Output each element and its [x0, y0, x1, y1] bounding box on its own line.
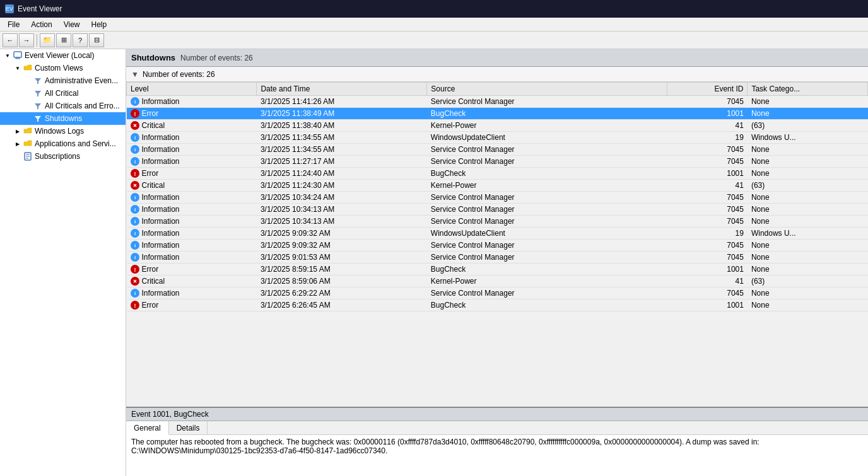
content-title: Shutdowns	[131, 53, 175, 62]
filter-icon	[33, 88, 43, 98]
menu-file[interactable]: File	[3, 19, 25, 30]
svg-text:i: i	[134, 207, 135, 212]
col-level[interactable]: Level	[127, 83, 257, 96]
table-row[interactable]: Critical3/1/2025 8:59:06 AMKernel-Power4…	[127, 276, 868, 287]
cell-source: BugCheck	[427, 299, 667, 311]
table-row[interactable]: !Error3/1/2025 8:59:15 AMBugCheck1001Non…	[127, 264, 868, 276]
level-label: Information	[142, 97, 180, 106]
toolbar-collapse[interactable]: ⊟	[89, 33, 104, 47]
cell-source: Service Control Manager	[427, 144, 667, 156]
sidebar-item-all-critical[interactable]: All Critical	[0, 87, 126, 100]
toolbar-back[interactable]: ←	[3, 33, 18, 47]
svg-text:i: i	[134, 255, 135, 260]
cell-source: Service Control Manager	[427, 96, 667, 108]
table-row[interactable]: iInformation3/1/2025 11:41:26 AMService …	[127, 96, 868, 108]
folder-icon	[23, 126, 33, 136]
cell-source: Service Control Manager	[427, 240, 667, 252]
col-eventid[interactable]: Event ID	[667, 83, 748, 96]
table-row[interactable]: iInformation3/1/2025 11:27:17 AMService …	[127, 156, 868, 168]
tab-general[interactable]: General	[126, 421, 169, 435]
col-taskcategory[interactable]: Task Catego...	[748, 83, 868, 96]
sidebar-label-subscriptions: Subscriptions	[35, 152, 80, 161]
svg-rect-2	[15, 59, 20, 59]
cell-eventid: 7045	[667, 144, 748, 156]
cell-taskcategory: (63)	[748, 180, 868, 192]
cell-taskcategory: None	[748, 264, 868, 276]
cell-level: iInformation	[127, 96, 257, 108]
cell-eventid: 7045	[667, 252, 748, 264]
toolbar: ← → 📁 ⊞ ? ⊟	[0, 32, 868, 49]
cell-eventid: 1001	[667, 168, 748, 180]
cell-taskcategory: None	[748, 144, 868, 156]
svg-marker-6	[35, 116, 41, 122]
table-row[interactable]: !Error3/1/2025 11:24:40 AMBugCheck1001No…	[127, 168, 868, 180]
cell-eventid: 7045	[667, 216, 748, 228]
cell-source: WindowsUpdateClient	[427, 132, 667, 144]
cell-source: Service Control Manager	[427, 192, 667, 204]
table-row[interactable]: iInformation3/1/2025 11:34:55 AMService …	[127, 144, 868, 156]
cell-level: !Error	[127, 168, 257, 180]
cell-datetime: 3/1/2025 8:59:06 AM	[257, 276, 427, 287]
level-label: Information	[142, 217, 180, 226]
svg-text:i: i	[134, 159, 135, 165]
svg-text:i: i	[134, 147, 135, 153]
sidebar-item-applications-services[interactable]: ▶ Applications and Servi...	[0, 137, 126, 150]
table-row[interactable]: iInformation3/1/2025 9:09:32 AMService C…	[127, 240, 868, 252]
menu-bar: File Action View Help	[0, 18, 868, 32]
cell-eventid: 1001	[667, 108, 748, 120]
menu-help[interactable]: Help	[86, 19, 112, 30]
toolbar-sep1	[37, 34, 37, 47]
cell-source: Service Control Manager	[427, 216, 667, 228]
tab-details[interactable]: Details	[169, 421, 208, 434]
svg-text:i: i	[134, 291, 135, 296]
sidebar-item-subscriptions[interactable]: Subscriptions	[0, 150, 126, 163]
table-row[interactable]: iInformation3/1/2025 9:01:53 AMService C…	[127, 252, 868, 264]
table-row[interactable]: iInformation3/1/2025 10:34:24 AMService …	[127, 192, 868, 204]
bottom-panel-header: Event 1001, BugCheck	[126, 408, 868, 421]
cell-eventid: 41	[667, 276, 748, 287]
event-table: Level Date and Time Source Event ID Task…	[126, 82, 868, 311]
sidebar-item-windows-logs[interactable]: ▶ Windows Logs	[0, 125, 126, 137]
level-label: Error	[142, 301, 159, 310]
cell-level: iInformation	[127, 132, 257, 144]
table-row[interactable]: iInformation3/1/2025 10:34:13 AMService …	[127, 204, 868, 216]
table-row[interactable]: !Error3/1/2025 6:26:45 AMBugCheck1001Non…	[127, 299, 868, 311]
toolbar-help[interactable]: ?	[73, 33, 88, 47]
main-layout: ▼ Event Viewer (Local) ▼ Custom Views Ad…	[0, 49, 868, 476]
critical-icon	[131, 181, 139, 190]
table-row[interactable]: Critical3/1/2025 11:24:30 AMKernel-Power…	[127, 180, 868, 192]
table-row[interactable]: iInformation3/1/2025 10:34:13 AMService …	[127, 216, 868, 228]
menu-action[interactable]: Action	[26, 19, 57, 30]
cell-taskcategory: None	[748, 204, 868, 216]
sidebar-item-event-viewer-local[interactable]: ▼ Event Viewer (Local)	[0, 49, 126, 62]
cell-eventid: 7045	[667, 287, 748, 299]
sidebar-item-all-criticals-errors[interactable]: All Criticals and Erro...	[0, 100, 126, 112]
cell-taskcategory: None	[748, 287, 868, 299]
table-row[interactable]: iInformation3/1/2025 11:34:55 AMWindowsU…	[127, 132, 868, 144]
table-row[interactable]: !Error3/1/2025 11:38:49 AMBugCheck1001No…	[127, 108, 868, 120]
toolbar-open[interactable]: 📁	[40, 33, 55, 47]
toolbar-view[interactable]: ⊞	[56, 33, 71, 47]
sidebar-item-administrative-events[interactable]: Administrative Even...	[0, 74, 126, 87]
col-source[interactable]: Source	[427, 83, 667, 96]
sidebar-item-custom-views[interactable]: ▼ Custom Views	[0, 62, 126, 74]
title-bar: EV Event Viewer	[0, 0, 868, 18]
info-icon: i	[131, 145, 139, 154]
svg-text:i: i	[134, 243, 135, 248]
svg-text:!: !	[134, 111, 136, 117]
info-icon: i	[131, 193, 139, 202]
event-table-container[interactable]: Level Date and Time Source Event ID Task…	[126, 82, 868, 407]
sidebar-item-shutdowns[interactable]: Shutdowns	[0, 112, 126, 125]
filter-label: Number of events: 26	[143, 70, 215, 79]
sidebar: ▼ Event Viewer (Local) ▼ Custom Views Ad…	[0, 49, 126, 476]
expander-icon: ▼	[13, 66, 23, 71]
cell-level: iInformation	[127, 144, 257, 156]
toolbar-forward[interactable]: →	[19, 33, 34, 47]
cell-eventid: 1001	[667, 264, 748, 276]
table-row[interactable]: iInformation3/1/2025 6:29:22 AMService C…	[127, 287, 868, 299]
col-datetime[interactable]: Date and Time	[257, 83, 427, 96]
cell-level: !Error	[127, 108, 257, 120]
table-row[interactable]: Critical3/1/2025 11:38:40 AMKernel-Power…	[127, 120, 868, 132]
table-row[interactable]: iInformation3/1/2025 9:09:32 AMWindowsUp…	[127, 228, 868, 240]
menu-view[interactable]: View	[59, 19, 85, 30]
